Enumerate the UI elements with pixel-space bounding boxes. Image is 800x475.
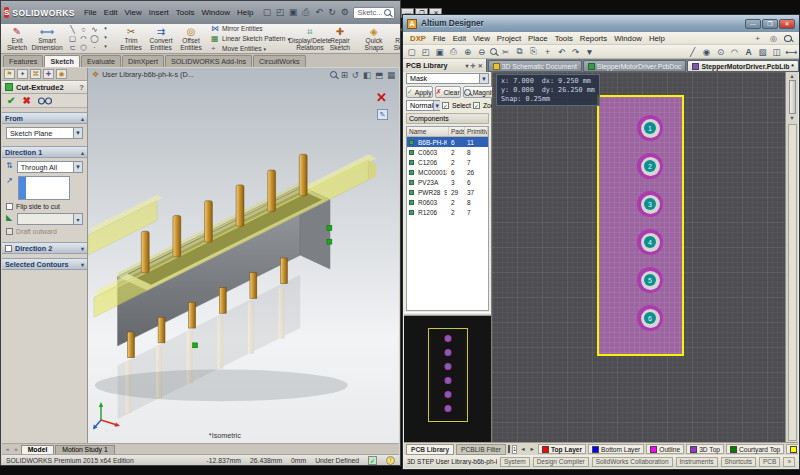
help-icon[interactable]: ?	[79, 83, 84, 92]
tab-features[interactable]: Features	[3, 55, 43, 67]
layer-tab-outline[interactable]: Outline	[646, 444, 684, 454]
offset-entities-button[interactable]: ◎ Offset Entities	[177, 25, 205, 52]
rectangle-icon[interactable]: ▢	[69, 34, 76, 43]
ok-button[interactable]: ✔	[7, 95, 15, 106]
copy-icon[interactable]: ⧉	[514, 46, 525, 57]
layer-spinner[interactable]: 1	[512, 445, 517, 454]
menu-window[interactable]: Window	[199, 8, 233, 17]
selected-contours-section-header[interactable]: Selected Contours ▾	[2, 258, 87, 270]
component-row-c1206[interactable]: C1206 2 7	[407, 157, 488, 167]
tab-sketch[interactable]: Sketch	[44, 55, 80, 67]
menu-place[interactable]: Place	[525, 34, 551, 43]
components-group-header[interactable]: Components	[406, 113, 489, 124]
menu-file[interactable]: File	[81, 8, 100, 17]
rebuild-icon[interactable]: ↻	[326, 7, 337, 18]
menu-view[interactable]: View	[122, 8, 145, 17]
flip-side-checkbox[interactable]	[6, 203, 13, 210]
dropdown-arrow-icon[interactable]: ▾	[264, 46, 267, 52]
layer-tab-top-c[interactable]: Top C	[786, 444, 798, 454]
tab-scroll-right-icon[interactable]: »	[12, 446, 19, 452]
component-tool-icon[interactable]: ◫	[771, 47, 782, 57]
slot-icon[interactable]: ⊂	[69, 43, 75, 52]
solidworks-graphics-area[interactable]: ❖ User Library-b6b-ph-k-s (D... ⊞ ↺ ◧ ⬒ …	[88, 68, 399, 443]
select-checkbox[interactable]: ✓	[442, 102, 449, 109]
new-document-icon[interactable]: ▢	[261, 7, 272, 18]
cut-icon[interactable]: ✂	[500, 47, 511, 57]
layer-tab-top-layer[interactable]: Top Layer	[538, 444, 586, 454]
cancel-sketch-icon[interactable]: ✕	[376, 90, 387, 105]
target-icon[interactable]: ◎	[767, 34, 780, 43]
component-row-pwr28-spl8[interactable]: PWR28_SPL8 29 37	[407, 187, 488, 197]
save-icon[interactable]: ▣	[434, 47, 445, 57]
line-tool-icon[interactable]: ╱	[687, 47, 698, 57]
cross-probe-icon[interactable]: +	[542, 47, 553, 57]
pad-tool-icon[interactable]: ◉	[701, 47, 712, 57]
tab-evaluate[interactable]: Evaluate	[81, 55, 121, 67]
menu-reports[interactable]: Reports	[577, 34, 610, 43]
layer-tab-bottom-layer[interactable]: Bottom Layer	[588, 444, 644, 454]
zoom-fit-icon[interactable]	[490, 48, 497, 55]
previous-view-icon[interactable]: ↺	[352, 70, 359, 80]
mirror-entities-button[interactable]: ⋈ Mirror Entities	[211, 24, 290, 33]
menu-view[interactable]: View	[470, 34, 493, 43]
dropdown-arrow-icon[interactable]: ▾	[104, 25, 107, 34]
units-indicator-icon[interactable]: ✓	[368, 456, 377, 465]
new-document-icon[interactable]: ▢	[406, 47, 417, 57]
draft-icon[interactable]: ◣	[6, 213, 14, 222]
search-input[interactable]: Sketc...	[353, 7, 395, 19]
arc-tool-icon[interactable]: ◠	[729, 47, 740, 57]
view-orientation-icon[interactable]: ⬒	[375, 70, 383, 80]
scrollbar-thumb[interactable]	[789, 80, 796, 114]
display-manager-tab-icon[interactable]: ◉	[56, 69, 67, 79]
status-button-instruments[interactable]: Instruments	[676, 457, 718, 467]
filter-icon[interactable]: ▼	[584, 47, 595, 57]
trim-entities-button[interactable]: ✂ Trim Entities	[117, 25, 145, 52]
save-icon[interactable]: ▣	[287, 7, 298, 18]
component-row-r1206[interactable]: R1206 2 7	[407, 207, 488, 217]
direction1-section-header[interactable]: Direction 1 ▴	[2, 146, 87, 158]
zoom-checkbox[interactable]: ✓	[473, 102, 480, 109]
line-icon[interactable]: ╲	[70, 25, 75, 34]
connector-3d-model[interactable]	[88, 68, 399, 443]
tab-3d-schematic-document[interactable]: 3D Schematic Document	[488, 60, 582, 72]
cancel-button[interactable]: ✖	[22, 95, 30, 106]
component-row-r0603[interactable]: R0603 2 8	[407, 197, 488, 207]
scroll-up-icon[interactable]: ▲	[789, 73, 794, 79]
status-button-pcb[interactable]: PCB	[759, 457, 780, 467]
minimize-button[interactable]: —	[745, 19, 761, 29]
dropdown-arrow-icon[interactable]: ▾	[104, 34, 107, 43]
dimension-tool-icon[interactable]: ⟷	[785, 47, 796, 57]
select-checkbox-row[interactable]: ✓ Select	[442, 102, 471, 109]
tab-scroll-left-icon[interactable]: «	[4, 446, 11, 452]
print-icon[interactable]: ⎙	[300, 7, 311, 18]
sketch-confirmation-icon[interactable]: ✎	[377, 109, 388, 120]
spline-icon[interactable]: ∿	[91, 25, 97, 34]
open-icon[interactable]: ◰	[420, 47, 431, 57]
section-view-icon[interactable]: ◧	[363, 70, 371, 80]
panel-pin-icon[interactable]: ✛	[471, 62, 476, 69]
direction2-section-header[interactable]: Direction 2 ▾	[2, 242, 87, 254]
redo-icon[interactable]: ↷	[570, 47, 581, 57]
component-row-c0603[interactable]: C0603 2 8	[407, 147, 488, 157]
display-delete-relations-button[interactable]: ⌗ Display/Delete Relations	[296, 25, 324, 52]
undo-icon[interactable]: ↶	[313, 7, 324, 18]
status-button-design-compiler[interactable]: Design Compiler	[533, 457, 589, 467]
pad-2[interactable]: 2	[637, 153, 663, 179]
zoom-out-icon[interactable]: ⊖	[476, 47, 487, 57]
reverse-direction-icon[interactable]: ⇅	[6, 161, 14, 170]
pad-1[interactable]: 1	[637, 115, 663, 141]
pad-4[interactable]: 4	[637, 229, 663, 255]
menu-edit[interactable]: Edit	[450, 34, 469, 43]
direction2-checkbox[interactable]	[5, 245, 12, 252]
text-tool-icon[interactable]: A	[743, 47, 754, 57]
layer-scroll-right-icon[interactable]: ►	[529, 446, 536, 452]
restore-button[interactable]: ❐	[762, 19, 778, 29]
tab-dimxpert[interactable]: DimXpert	[122, 55, 164, 67]
zoom-area-icon[interactable]: ⊞	[341, 70, 348, 80]
panel-menu-icon[interactable]: ▾	[466, 62, 469, 69]
plus-icon[interactable]: +	[752, 34, 763, 43]
menu-tools[interactable]: Tools	[173, 8, 198, 17]
status-button-more[interactable]: »	[783, 457, 795, 467]
linear-sketch-pattern-button[interactable]: ▦ Linear Sketch Pattern ▾	[211, 34, 290, 43]
column-primitives[interactable]: Primitiv...	[465, 127, 488, 136]
